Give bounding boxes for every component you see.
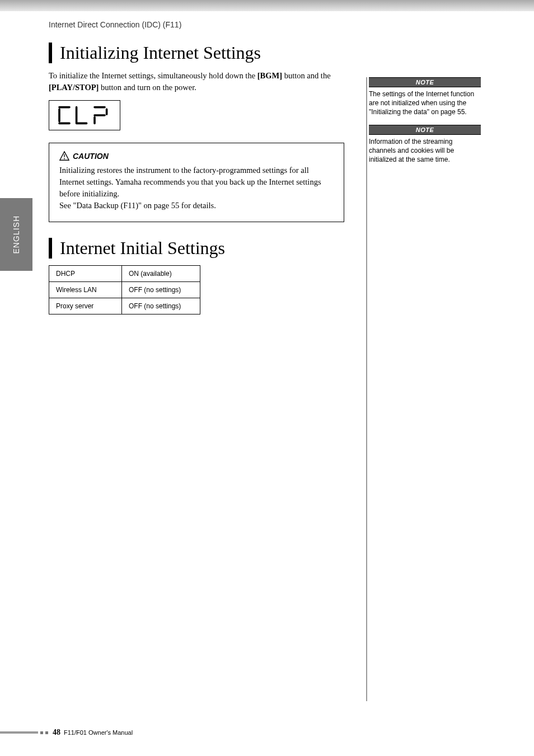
section-title-initial-settings: Internet Initial Settings	[49, 238, 352, 259]
footer-bar	[0, 731, 38, 734]
intro-paragraph: To initialize the Internet settings, sim…	[49, 70, 352, 93]
table-cell-key: Proxy server	[49, 298, 122, 314]
table-row: Wireless LAN OFF (no settings)	[49, 281, 200, 298]
intro-text-post: button and turn on the power.	[99, 83, 196, 92]
caution-box: CAUTION Initializing restores the instru…	[49, 143, 344, 222]
main-content: Initializing Internet Settings To initia…	[49, 35, 352, 314]
intro-text-mid: button and the	[282, 71, 331, 80]
svg-point-2	[64, 158, 65, 159]
notes-sidebar: NOTE The settings of the Internet functi…	[369, 77, 481, 172]
page-number: 48	[53, 728, 60, 737]
bgm-button-ref: [BGM]	[257, 71, 282, 80]
caution-body-2: See "Data Backup (F11)" on page 55 for d…	[59, 200, 334, 212]
table-cell-val: ON (available)	[122, 265, 200, 281]
language-tab: ENGLISH	[0, 198, 32, 271]
note-block: NOTE Information of the streaming channe…	[369, 125, 481, 165]
lcd-display	[49, 100, 120, 130]
header-gradient	[0, 0, 534, 11]
table-cell-val: OFF (no settings)	[122, 281, 200, 298]
settings-table: DHCP ON (available) Wireless LAN OFF (no…	[49, 265, 200, 314]
table-cell-val: OFF (no settings)	[122, 298, 200, 314]
footer-squares-icon	[40, 731, 48, 734]
manual-name: F11/F01 Owner's Manual	[64, 729, 133, 736]
vertical-divider	[366, 77, 367, 701]
note-block: NOTE The settings of the Internet functi…	[369, 77, 481, 117]
table-row: DHCP ON (available)	[49, 265, 200, 281]
section-title-initializing: Initializing Internet Settings	[49, 43, 352, 63]
caution-header: CAUTION	[59, 151, 334, 161]
playstop-button-ref: [PLAY/STOP]	[49, 83, 99, 92]
note-header: NOTE	[369, 77, 481, 87]
note-body: Information of the streaming channels an…	[369, 135, 481, 165]
table-cell-key: DHCP	[49, 265, 122, 281]
caution-body-1: Initializing restores the instrument to …	[59, 165, 334, 200]
caution-triangle-icon	[59, 151, 69, 161]
language-tab-label: ENGLISH	[12, 215, 21, 253]
table-cell-key: Wireless LAN	[49, 281, 122, 298]
note-body: The settings of the Internet function ar…	[369, 87, 481, 117]
note-header: NOTE	[369, 125, 481, 135]
table-row: Proxy server OFF (no settings)	[49, 298, 200, 314]
page-footer: 48 F11/F01 Owner's Manual	[0, 728, 146, 737]
caution-label-text: CAUTION	[73, 152, 109, 161]
page-header: Internet Direct Connection (IDC) (F11)	[49, 20, 181, 29]
intro-text-pre: To initialize the Internet settings, sim…	[49, 71, 257, 80]
lcd-segment-icon	[54, 104, 115, 127]
